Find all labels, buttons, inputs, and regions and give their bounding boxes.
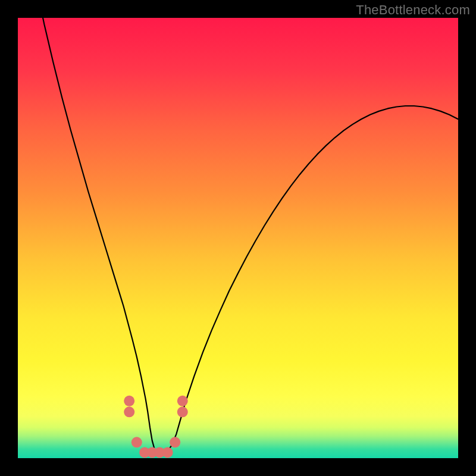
data-point — [177, 396, 188, 406]
bottleneck-curve — [18, 18, 458, 454]
data-point — [177, 406, 188, 417]
data-point — [124, 396, 134, 406]
chart-frame: TheBottleneck.com — [0, 0, 476, 476]
data-point — [131, 437, 142, 447]
watermark-text: TheBottleneck.com — [356, 2, 470, 18]
curve-layer — [18, 18, 458, 458]
data-point — [162, 447, 173, 458]
data-point — [170, 437, 180, 447]
data-point — [124, 406, 134, 417]
plot-area — [18, 18, 458, 458]
